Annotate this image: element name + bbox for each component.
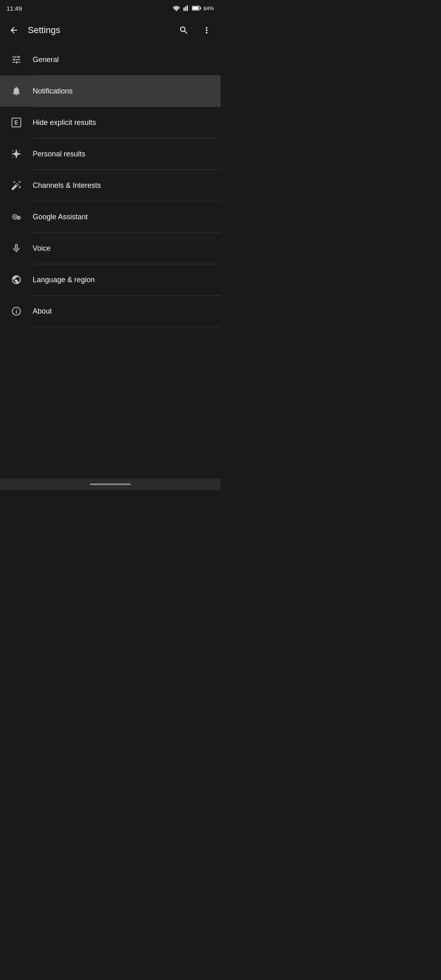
status-time: 11:49 [7, 5, 22, 12]
signal-icon [183, 5, 189, 11]
svg-point-5 [12, 150, 13, 151]
svg-rect-2 [192, 7, 198, 10]
channels-interests-label: Channels & Interests [33, 181, 101, 190]
back-icon [9, 25, 19, 35]
search-icon [179, 25, 189, 35]
menu-item-notifications[interactable]: Notifications [0, 76, 220, 107]
bell-icon [8, 83, 24, 99]
svg-point-10 [14, 216, 16, 218]
sparkles-icon [8, 146, 24, 162]
status-icons: 84% [172, 5, 214, 11]
language-region-label: Language & region [33, 276, 95, 284]
page-title: Settings [28, 25, 170, 36]
more-options-icon [202, 25, 212, 35]
mic-icon [8, 240, 24, 256]
menu-item-about[interactable]: About [0, 296, 220, 327]
svg-text:E: E [14, 119, 18, 126]
general-label: General [33, 56, 59, 64]
menu-item-general[interactable]: General [0, 44, 220, 75]
app-bar: Settings [0, 16, 220, 44]
menu-item-language-region[interactable]: Language & region [0, 264, 220, 295]
menu-item-personal-results[interactable]: Personal results [0, 138, 220, 169]
svg-point-8 [20, 186, 20, 187]
search-button[interactable] [175, 21, 193, 39]
back-button[interactable] [5, 21, 23, 39]
battery-icon [192, 5, 201, 11]
svg-point-12 [18, 217, 19, 218]
hide-explicit-label: Hide explicit results [33, 118, 96, 127]
status-bar: 11:49 84% [0, 0, 220, 16]
google-assistant-label: Google Assistant [33, 213, 88, 221]
svg-rect-1 [200, 7, 201, 9]
menu-item-voice[interactable]: Voice [0, 233, 220, 264]
notifications-label: Notifications [33, 87, 73, 96]
assistant-icon [8, 209, 24, 225]
battery-percentage: 84% [203, 5, 214, 11]
explicit-icon: E [8, 114, 24, 131]
info-icon [8, 303, 24, 319]
sliders-icon [8, 51, 24, 68]
menu-item-google-assistant[interactable]: Google Assistant [0, 201, 220, 232]
menu-item-channels-interests[interactable]: Channels & Interests [0, 170, 220, 201]
divider-about [33, 327, 220, 327]
about-label: About [33, 307, 52, 316]
wifi-icon [172, 5, 180, 11]
svg-point-7 [13, 157, 13, 158]
settings-menu: General Notifications E Hide explicit re… [0, 44, 220, 327]
menu-item-hide-explicit[interactable]: E Hide explicit results [0, 107, 220, 138]
more-options-button[interactable] [198, 21, 216, 39]
bottom-pill [90, 483, 131, 485]
bottom-nav-bar [0, 479, 220, 490]
svg-point-6 [19, 150, 20, 151]
personal-results-label: Personal results [33, 150, 85, 158]
globe-icon [8, 272, 24, 288]
voice-label: Voice [33, 244, 51, 253]
wand-icon [8, 177, 24, 194]
